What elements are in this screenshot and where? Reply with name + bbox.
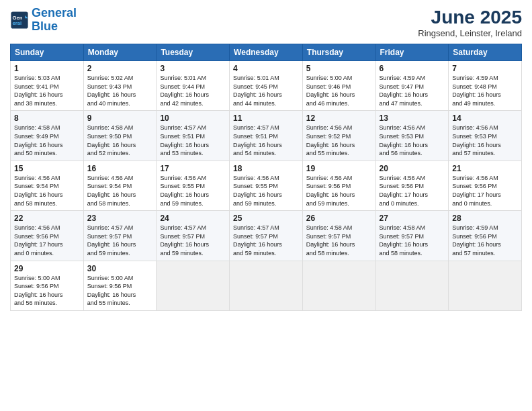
day-info: Sunrise: 4:56 AM Sunset: 9:53 PM Dayligh… — [452, 124, 518, 157]
table-row: 4Sunrise: 5:01 AM Sunset: 9:45 PM Daylig… — [230, 61, 303, 111]
day-info: Sunrise: 4:56 AM Sunset: 9:54 PM Dayligh… — [14, 174, 80, 208]
month-title: June 2025 — [418, 7, 522, 28]
day-info: Sunrise: 4:58 AM Sunset: 9:57 PM Dayligh… — [306, 224, 372, 257]
table-row: 1Sunrise: 5:03 AM Sunset: 9:41 PM Daylig… — [11, 61, 84, 111]
day-number: 8 — [14, 113, 80, 123]
table-row: 11Sunrise: 4:57 AM Sunset: 9:51 PM Dayli… — [230, 111, 303, 161]
day-number: 9 — [87, 113, 153, 123]
day-info: Sunrise: 4:59 AM Sunset: 9:47 PM Dayligh… — [380, 74, 445, 107]
table-row: 7Sunrise: 4:59 AM Sunset: 9:48 PM Daylig… — [449, 61, 522, 111]
day-info: Sunrise: 4:56 AM Sunset: 9:55 PM Dayligh… — [233, 174, 299, 208]
day-info: Sunrise: 4:56 AM Sunset: 9:56 PM Dayligh… — [14, 224, 80, 257]
day-number: 13 — [380, 113, 445, 123]
table-row — [157, 261, 230, 310]
day-number: 16 — [87, 164, 153, 173]
day-number: 23 — [87, 214, 153, 223]
calendar-table: Sunday Monday Tuesday Wednesday Thursday… — [10, 44, 522, 311]
day-info: Sunrise: 5:01 AM Sunset: 9:45 PM Dayligh… — [233, 74, 299, 107]
day-info: Sunrise: 4:57 AM Sunset: 9:51 PM Dayligh… — [233, 124, 299, 157]
day-info: Sunrise: 5:01 AM Sunset: 9:44 PM Dayligh… — [160, 74, 226, 107]
day-number: 27 — [380, 214, 445, 223]
day-info: Sunrise: 5:00 AM Sunset: 9:56 PM Dayligh… — [14, 274, 80, 308]
day-info: Sunrise: 4:58 AM Sunset: 9:50 PM Dayligh… — [87, 124, 153, 157]
day-info: Sunrise: 4:57 AM Sunset: 9:57 PM Dayligh… — [233, 224, 299, 257]
day-number: 19 — [306, 164, 372, 173]
day-number: 1 — [14, 64, 80, 73]
day-number: 5 — [306, 64, 372, 73]
day-info: Sunrise: 5:00 AM Sunset: 9:46 PM Dayligh… — [306, 74, 372, 107]
col-thursday: Thursday — [302, 44, 375, 61]
day-number: 17 — [160, 164, 226, 173]
day-info: Sunrise: 4:56 AM Sunset: 9:53 PM Dayligh… — [380, 124, 445, 157]
col-sunday: Sunday — [11, 44, 84, 61]
table-row: 2Sunrise: 5:02 AM Sunset: 9:43 PM Daylig… — [83, 61, 157, 111]
week-row-3: 15Sunrise: 4:56 AM Sunset: 9:54 PM Dayli… — [11, 161, 522, 210]
day-number: 24 — [160, 214, 226, 223]
day-info: Sunrise: 5:03 AM Sunset: 9:41 PM Dayligh… — [14, 74, 80, 107]
table-row: 25Sunrise: 4:57 AM Sunset: 9:57 PM Dayli… — [230, 211, 303, 261]
table-row: 28Sunrise: 4:59 AM Sunset: 9:56 PM Dayli… — [449, 211, 522, 261]
table-row: 29Sunrise: 5:00 AM Sunset: 9:56 PM Dayli… — [11, 261, 84, 310]
week-row-4: 22Sunrise: 4:56 AM Sunset: 9:56 PM Dayli… — [11, 211, 522, 261]
calendar-header-row: Sunday Monday Tuesday Wednesday Thursday… — [11, 44, 522, 61]
day-number: 21 — [452, 164, 518, 173]
day-number: 10 — [160, 113, 226, 123]
day-info: Sunrise: 4:59 AM Sunset: 9:56 PM Dayligh… — [452, 224, 518, 257]
table-row — [230, 261, 303, 310]
table-row — [302, 261, 375, 310]
day-info: Sunrise: 4:57 AM Sunset: 9:57 PM Dayligh… — [160, 224, 226, 257]
day-info: Sunrise: 4:59 AM Sunset: 9:48 PM Dayligh… — [452, 74, 518, 107]
day-info: Sunrise: 4:56 AM Sunset: 9:56 PM Dayligh… — [306, 174, 372, 208]
day-number: 11 — [233, 113, 299, 123]
header: Gen eral General Blue June 2025 Ringsend… — [10, 7, 522, 38]
day-info: Sunrise: 4:56 AM Sunset: 9:52 PM Dayligh… — [306, 124, 372, 157]
table-row: 19Sunrise: 4:56 AM Sunset: 9:56 PM Dayli… — [302, 161, 375, 210]
day-info: Sunrise: 4:56 AM Sunset: 9:54 PM Dayligh… — [87, 174, 153, 208]
day-info: Sunrise: 4:58 AM Sunset: 9:57 PM Dayligh… — [380, 224, 445, 257]
day-number: 14 — [452, 113, 518, 123]
day-info: Sunrise: 5:02 AM Sunset: 9:43 PM Dayligh… — [87, 74, 153, 107]
day-number: 6 — [380, 64, 445, 73]
day-info: Sunrise: 4:58 AM Sunset: 9:49 PM Dayligh… — [14, 124, 80, 157]
table-row: 13Sunrise: 4:56 AM Sunset: 9:53 PM Dayli… — [375, 111, 449, 161]
table-row: 21Sunrise: 4:56 AM Sunset: 9:56 PM Dayli… — [449, 161, 522, 210]
day-number: 25 — [233, 214, 299, 223]
day-number: 29 — [14, 264, 80, 273]
page: Gen eral General Blue June 2025 Ringsend… — [0, 0, 532, 411]
title-block: June 2025 Ringsend, Leinster, Ireland — [418, 7, 522, 38]
col-saturday: Saturday — [449, 44, 522, 61]
day-number: 22 — [14, 214, 80, 223]
day-info: Sunrise: 5:00 AM Sunset: 9:56 PM Dayligh… — [87, 274, 153, 308]
col-monday: Monday — [83, 44, 157, 61]
table-row: 15Sunrise: 4:56 AM Sunset: 9:54 PM Dayli… — [11, 161, 84, 210]
day-info: Sunrise: 4:56 AM Sunset: 9:56 PM Dayligh… — [452, 174, 518, 208]
day-info: Sunrise: 4:57 AM Sunset: 9:51 PM Dayligh… — [160, 124, 226, 157]
col-wednesday: Wednesday — [230, 44, 303, 61]
day-number: 3 — [160, 64, 226, 73]
day-number: 26 — [306, 214, 372, 223]
table-row: 30Sunrise: 5:00 AM Sunset: 9:56 PM Dayli… — [83, 261, 157, 310]
logo-icon: Gen eral — [10, 11, 29, 30]
day-info: Sunrise: 4:56 AM Sunset: 9:56 PM Dayligh… — [380, 174, 445, 208]
day-number: 12 — [306, 113, 372, 123]
week-row-2: 8Sunrise: 4:58 AM Sunset: 9:49 PM Daylig… — [11, 111, 522, 161]
day-number: 28 — [452, 214, 518, 223]
table-row: 18Sunrise: 4:56 AM Sunset: 9:55 PM Dayli… — [230, 161, 303, 210]
table-row: 9Sunrise: 4:58 AM Sunset: 9:50 PM Daylig… — [83, 111, 157, 161]
svg-text:Gen: Gen — [13, 14, 23, 20]
table-row: 3Sunrise: 5:01 AM Sunset: 9:44 PM Daylig… — [157, 61, 230, 111]
logo-text: General Blue — [32, 7, 77, 34]
day-number: 30 — [87, 264, 153, 273]
table-row: 10Sunrise: 4:57 AM Sunset: 9:51 PM Dayli… — [157, 111, 230, 161]
day-number: 4 — [233, 64, 299, 73]
table-row: 23Sunrise: 4:57 AM Sunset: 9:57 PM Dayli… — [83, 211, 157, 261]
day-number: 20 — [380, 164, 445, 173]
table-row: 12Sunrise: 4:56 AM Sunset: 9:52 PM Dayli… — [302, 111, 375, 161]
day-info: Sunrise: 4:57 AM Sunset: 9:57 PM Dayligh… — [87, 224, 153, 257]
col-tuesday: Tuesday — [157, 44, 230, 61]
day-number: 2 — [87, 64, 153, 73]
day-number: 7 — [452, 64, 518, 73]
table-row: 14Sunrise: 4:56 AM Sunset: 9:53 PM Dayli… — [449, 111, 522, 161]
week-row-1: 1Sunrise: 5:03 AM Sunset: 9:41 PM Daylig… — [11, 61, 522, 111]
table-row — [375, 261, 449, 310]
